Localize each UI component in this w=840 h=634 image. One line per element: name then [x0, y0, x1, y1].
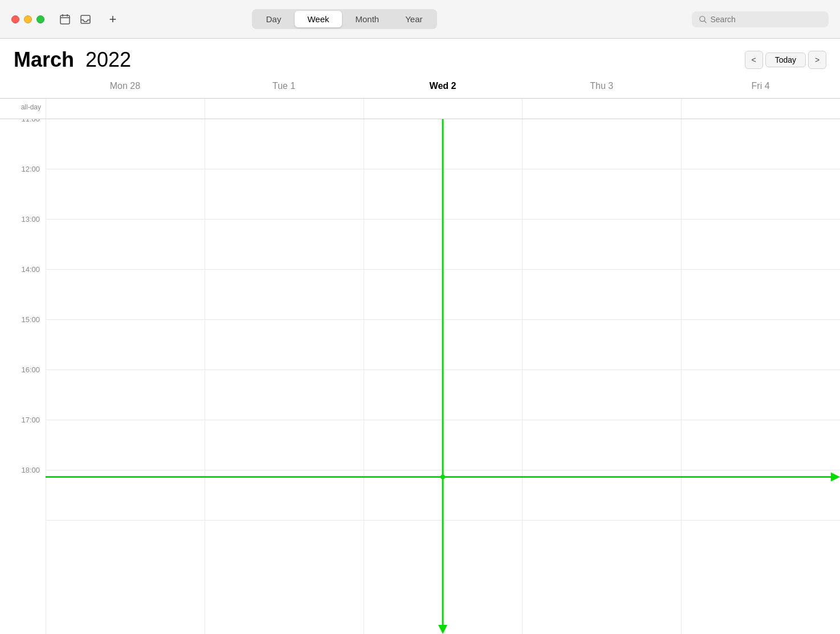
day-header-2: Wed 2 — [364, 76, 523, 98]
calendar-header: March 2022 < Today > — [0, 39, 840, 76]
traffic-lights — [11, 15, 44, 23]
search-input[interactable] — [710, 15, 822, 24]
time-row-12: 12:00 — [0, 169, 46, 220]
day-col-1[interactable] — [205, 119, 364, 634]
allday-label: all-day — [0, 99, 46, 119]
allday-row: all-day — [0, 99, 840, 119]
time-row-13: 13:00 — [0, 220, 46, 270]
time-row-18: 18:00 — [0, 470, 46, 521]
svg-line-6 — [704, 21, 706, 22]
time-row-16: 16:00 — [0, 370, 46, 420]
titlebar: + Day Week Month Year — [0, 0, 840, 39]
tab-day[interactable]: Day — [254, 11, 294, 27]
minimize-button[interactable] — [24, 15, 32, 23]
nav-controls: < Today > — [745, 51, 826, 69]
month-label: March — [14, 48, 74, 71]
search-icon — [699, 15, 707, 24]
time-label-15: 15:00 — [21, 315, 40, 324]
day-col-0[interactable] — [46, 119, 205, 634]
calendar-icon[interactable] — [58, 13, 72, 26]
day-col-4[interactable] — [681, 119, 840, 634]
view-tabs: Day Week Month Year — [252, 9, 437, 29]
time-row-14: 14:00 — [0, 270, 46, 320]
time-labels: 11:00 12:00 13:00 14:00 15:00 16:00 — [0, 119, 46, 634]
tab-month[interactable]: Month — [343, 11, 392, 27]
allday-cell-2[interactable] — [364, 99, 523, 119]
time-grid: 11:00 12:00 13:00 14:00 15:00 16:00 — [0, 119, 840, 634]
time-grid-container: 11:00 12:00 13:00 14:00 15:00 16:00 — [0, 119, 840, 634]
time-label-12: 12:00 — [21, 165, 40, 173]
day-col-2[interactable] — [364, 119, 523, 634]
day-header-1: Tue 1 — [205, 76, 364, 98]
close-button[interactable] — [11, 15, 19, 23]
time-label-18: 18:00 — [21, 466, 40, 474]
allday-cell-3[interactable] — [522, 99, 681, 119]
calendar-area: March 2022 < Today > Mon 28 Tue 1 Wed 2 … — [0, 39, 840, 634]
tab-year[interactable]: Year — [393, 11, 435, 27]
day-columns — [46, 119, 840, 634]
allday-cell-0[interactable] — [46, 99, 205, 119]
time-label-17: 17:00 — [21, 416, 40, 424]
add-event-button[interactable]: + — [106, 13, 120, 26]
day-headers: Mon 28 Tue 1 Wed 2 Thu 3 Fri 4 — [0, 76, 840, 99]
time-row-11: 11:00 — [0, 119, 46, 169]
time-row-15: 15:00 — [0, 320, 46, 370]
time-label-11: 11:00 — [21, 119, 40, 123]
next-button[interactable]: > — [808, 51, 826, 69]
maximize-button[interactable] — [36, 15, 44, 23]
allday-cell-1[interactable] — [205, 99, 364, 119]
month-title: March 2022 — [14, 48, 131, 72]
search-bar — [692, 11, 829, 27]
toolbar-icons — [58, 13, 92, 26]
time-label-14: 14:00 — [21, 265, 40, 274]
allday-cell-4[interactable] — [681, 99, 840, 119]
day-header-3: Thu 3 — [522, 76, 681, 98]
year-label: 2022 — [85, 48, 131, 71]
svg-rect-4 — [81, 15, 90, 23]
prev-button[interactable]: < — [745, 51, 763, 69]
day-header-0: Mon 28 — [46, 76, 205, 98]
day-header-4: Fri 4 — [681, 76, 840, 98]
inbox-icon[interactable] — [79, 13, 92, 26]
svg-rect-0 — [60, 15, 70, 24]
today-button[interactable]: Today — [765, 52, 806, 67]
tab-week[interactable]: Week — [295, 11, 341, 27]
time-row-17: 17:00 — [0, 420, 46, 470]
time-label-16: 16:00 — [21, 365, 40, 374]
day-col-3[interactable] — [522, 119, 681, 634]
time-label-13: 13:00 — [21, 215, 40, 223]
